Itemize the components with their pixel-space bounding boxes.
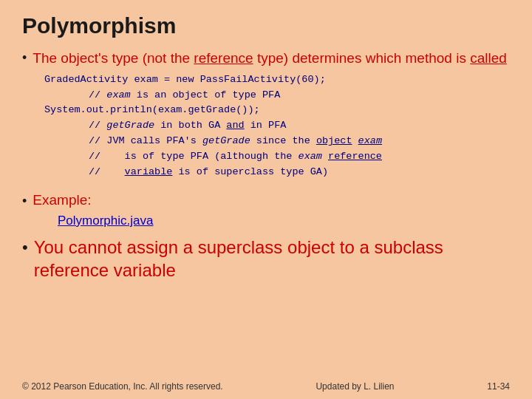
footer-page: 11-34 [487, 381, 510, 392]
reference-underline: reference [194, 50, 253, 66]
code-line-1: GradedActivity exam = new PassFailActivi… [44, 72, 510, 88]
bullet-2-item: • Example: [22, 192, 510, 209]
bullet-2-text: Example: [33, 192, 91, 208]
footer: © 2012 Pearson Education, Inc. All right… [0, 381, 532, 392]
footer-copyright: © 2012 Pearson Education, Inc. All right… [22, 381, 223, 392]
called-underline: called [470, 50, 507, 66]
bullet-3-section: • You cannot assign a superclass object … [22, 236, 510, 286]
code-line-4: // getGrade in both GA and in PFA [89, 118, 510, 134]
code-block: GradedActivity exam = new PassFailActivi… [44, 72, 510, 180]
bullet-2-section: • Example: Polymorphic.java [22, 192, 510, 233]
code-line-5: // JVM calls PFA's getGrade since the ob… [89, 134, 510, 149]
bullet-3-text: You cannot assign a superclass object to… [34, 236, 510, 282]
code-line-2: // exam is an object of type PFA [89, 88, 510, 103]
code-line-7: // variable is of superclass type GA) [89, 165, 510, 180]
bullet-dot-1: • [22, 50, 27, 66]
code-line-6: // is of type PFA (although the exam ref… [89, 149, 510, 165]
bullet-1-item: • The object's type (not the reference t… [22, 49, 510, 68]
bullet-dot-2: • [22, 194, 27, 209]
slide: Polymorphism • The object's type (not th… [0, 0, 532, 399]
slide-title: Polymorphism [22, 13, 510, 38]
bullet-3-item: • You cannot assign a superclass object … [22, 236, 510, 282]
link-section: Polymorphic.java [58, 214, 510, 228]
bullet-1-section: • The object's type (not the reference t… [22, 49, 510, 183]
bullet-dot-3: • [22, 238, 28, 257]
bullet-1-text: The object's type (not the reference typ… [33, 49, 507, 68]
code-line-3: System.out.println(exam.getGrade()); [44, 103, 510, 118]
polymorphic-link[interactable]: Polymorphic.java [58, 214, 153, 228]
footer-updated: Updated by L. Lilien [316, 381, 394, 392]
